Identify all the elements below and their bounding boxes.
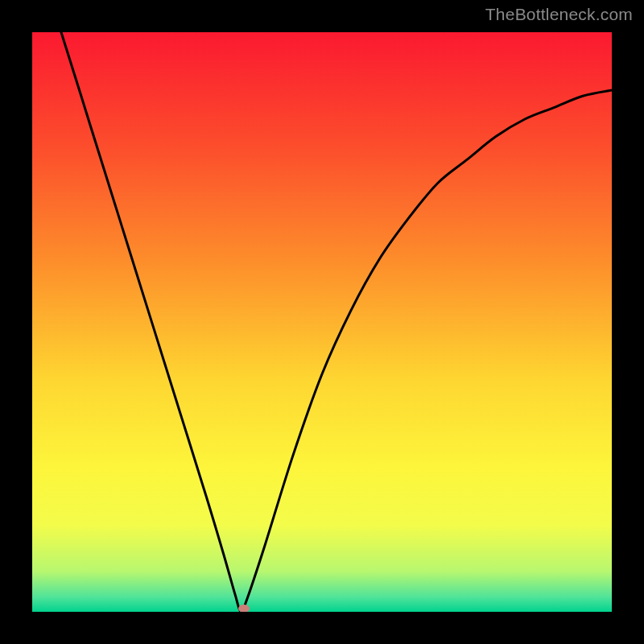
bottleneck-curve	[32, 32, 612, 612]
current-config-marker	[238, 605, 250, 612]
watermark-text: TheBottleneck.com	[485, 5, 633, 24]
plot-area	[32, 32, 612, 612]
chart-frame: TheBottleneck.com	[0, 0, 644, 644]
